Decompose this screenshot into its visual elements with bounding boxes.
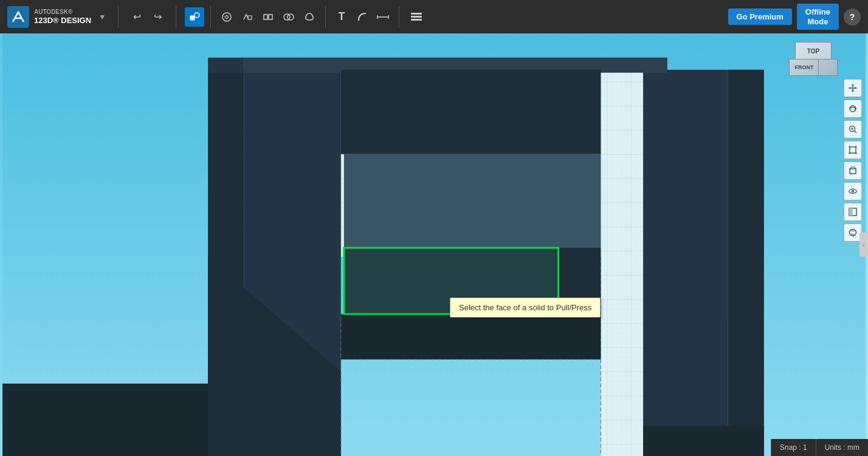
- logo-dropdown-icon[interactable]: ▼: [98, 13, 106, 21]
- panel-collapse-tab[interactable]: ‹: [859, 233, 868, 257]
- shading-button[interactable]: [844, 203, 862, 221]
- svg-rect-62: [850, 147, 856, 153]
- logo-area: AUTODESK® 123D® DESIGN ▼: [0, 6, 113, 28]
- divider4: [325, 6, 326, 28]
- svg-marker-53: [852, 84, 854, 86]
- svg-point-8: [288, 14, 294, 20]
- svg-rect-14: [411, 19, 422, 21]
- perspective-button[interactable]: [844, 162, 862, 180]
- svg-rect-71: [850, 169, 856, 174]
- svg-marker-41: [341, 314, 601, 359]
- divider3: [210, 6, 211, 28]
- svg-marker-54: [852, 90, 854, 92]
- premium-button[interactable]: Go Premium: [728, 9, 792, 25]
- svg-marker-37: [341, 70, 601, 154]
- layers-tool[interactable]: [407, 7, 426, 27]
- orbit-button[interactable]: [844, 100, 862, 118]
- svg-rect-13: [411, 16, 422, 18]
- svg-rect-12: [411, 13, 422, 15]
- primitive-tools: [181, 7, 208, 27]
- svg-point-57: [850, 106, 856, 112]
- viewport-canvas[interactable]: Select the face of a solid to Pull/Press…: [0, 33, 868, 456]
- pan-button[interactable]: [844, 79, 862, 97]
- sketch-tool-3[interactable]: [258, 7, 278, 27]
- offline-mode-button[interactable]: Offline Mode: [797, 4, 839, 30]
- svg-rect-1: [190, 16, 195, 20]
- fillet-tool[interactable]: [353, 7, 372, 27]
- svg-marker-35: [208, 58, 244, 73]
- snap-status: Snap : 1: [771, 439, 816, 456]
- svg-marker-56: [855, 87, 857, 89]
- svg-point-76: [852, 190, 854, 192]
- svg-rect-6: [269, 15, 272, 19]
- svg-marker-44: [2, 384, 232, 456]
- divider5: [399, 6, 399, 28]
- view-cube-container: TOP FRONT: [789, 42, 838, 90]
- text-tool[interactable]: T: [332, 7, 351, 27]
- svg-point-2: [195, 13, 199, 18]
- construct-tools: T: [328, 7, 396, 27]
- cube-right-face[interactable]: [818, 59, 838, 76]
- toolbar-divider-2: [176, 6, 176, 28]
- fit-view-button[interactable]: [844, 141, 862, 159]
- cube-top-face[interactable]: TOP: [795, 42, 832, 60]
- primitives-tool[interactable]: [185, 7, 204, 27]
- sketch-tool-4[interactable]: [279, 7, 298, 27]
- svg-marker-55: [849, 87, 850, 89]
- model-viewport: [0, 33, 868, 456]
- svg-rect-78: [849, 208, 853, 216]
- view-controls-panel: [844, 79, 862, 242]
- toolbar-divider: [118, 6, 119, 28]
- status-bar: Snap : 1 Units : mm: [771, 439, 868, 456]
- svg-rect-5: [264, 15, 267, 19]
- tooltip-pullpress: Select the face of a solid to Pull/Press: [450, 298, 601, 318]
- app-title: AUTODESK® 123D® DESIGN: [34, 8, 91, 26]
- svg-point-3: [222, 13, 231, 21]
- sketch-tool-5[interactable]: [300, 7, 319, 27]
- view-cube[interactable]: TOP FRONT: [789, 42, 838, 90]
- svg-marker-39: [344, 154, 601, 248]
- units-status: Units : mm: [816, 439, 868, 456]
- help-button[interactable]: ?: [844, 9, 861, 26]
- app-logo: [7, 6, 29, 28]
- measure-tool[interactable]: [373, 7, 393, 27]
- svg-line-59: [855, 131, 857, 134]
- undo-button[interactable]: ↩: [128, 9, 145, 26]
- toolbar-right: Go Premium Offline Mode ?: [721, 4, 868, 30]
- show-hide-button[interactable]: [844, 182, 862, 200]
- redo-button[interactable]: ↪: [149, 9, 166, 26]
- sketch-tools: [213, 7, 323, 27]
- sketch-tool-2[interactable]: [238, 7, 257, 27]
- svg-marker-34: [643, 70, 728, 456]
- svg-marker-33: [728, 70, 764, 456]
- cube-front-face[interactable]: FRONT: [789, 59, 819, 76]
- main-toolbar: AUTODESK® 123D® DESIGN ▼ ↩ ↪: [0, 0, 868, 33]
- zoom-button[interactable]: [844, 120, 862, 138]
- sketch-tool-1[interactable]: [217, 7, 236, 27]
- undo-redo-group: ↩ ↪: [123, 9, 171, 26]
- svg-marker-43: [643, 426, 764, 456]
